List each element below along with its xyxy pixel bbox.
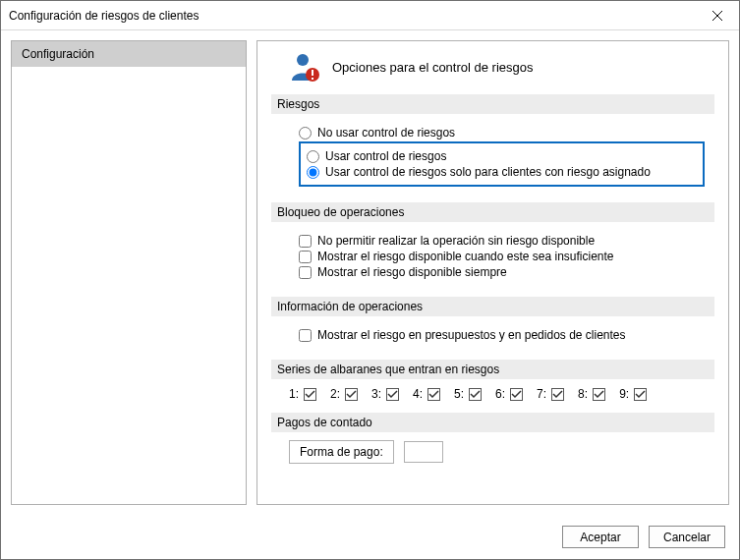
checkbox-checked-icon[interactable] xyxy=(551,388,564,401)
section-riesgos-body: No usar control de riesgos Usar control … xyxy=(271,114,714,196)
radio-no-usar[interactable]: No usar control de riesgos xyxy=(299,126,705,140)
radio-usar[interactable]: Usar control de riesgos xyxy=(307,149,697,163)
series-row: 1: 2: 3: 4: 5: 6: 7: 8: 9: xyxy=(271,387,714,401)
series-7[interactable]: 7: xyxy=(537,387,564,401)
content-header: Opciones para el control de riesgos xyxy=(271,51,714,83)
checkbox-checked-icon[interactable] xyxy=(427,388,440,401)
section-bloqueo-body: No permitir realizar la operación sin ri… xyxy=(271,222,714,291)
radio-usar-solo-input[interactable] xyxy=(307,166,319,179)
pagos-row: Forma de pago: xyxy=(271,440,714,464)
content-header-title: Opciones para el control de riesgos xyxy=(332,60,534,75)
checkbox-checked-icon[interactable] xyxy=(304,388,316,401)
content-panel: Opciones para el control de riesgos Ries… xyxy=(256,40,729,505)
checkbox-checked-icon[interactable] xyxy=(593,388,605,401)
section-info-body: Mostrar el riesgo en presupuestos y en p… xyxy=(271,316,714,354)
section-series-label: Series de albaranes que entran en riesgo… xyxy=(271,360,714,379)
window-title: Configuración de riesgos de clientes xyxy=(9,9,199,23)
forma-pago-input[interactable] xyxy=(404,441,443,463)
checkbox-checked-icon[interactable] xyxy=(345,388,358,401)
check-mostrar-siempre-input[interactable] xyxy=(299,266,312,279)
radio-usar-input[interactable] xyxy=(307,150,319,163)
section-info-label: Información de operaciones xyxy=(271,297,714,316)
svg-rect-5 xyxy=(312,78,313,80)
close-icon xyxy=(712,11,722,21)
check-no-permitir[interactable]: No permitir realizar la operación sin ri… xyxy=(299,234,705,248)
checkbox-checked-icon[interactable] xyxy=(386,388,399,401)
series-2[interactable]: 2: xyxy=(330,387,358,401)
checkbox-checked-icon[interactable] xyxy=(634,388,647,401)
check-no-permitir-input[interactable] xyxy=(299,235,312,248)
radio-usar-solo[interactable]: Usar control de riesgos solo para client… xyxy=(307,165,697,179)
nav-panel: Configuración xyxy=(11,40,247,505)
series-4[interactable]: 4: xyxy=(413,387,440,401)
check-mostrar-presup-label: Mostrar el riesgo en presupuestos y en p… xyxy=(317,328,626,342)
series-1[interactable]: 1: xyxy=(289,387,316,401)
series-5[interactable]: 5: xyxy=(454,387,482,401)
series-3[interactable]: 3: xyxy=(371,387,399,401)
titlebar: Configuración de riesgos de clientes xyxy=(1,1,739,30)
checkbox-checked-icon[interactable] xyxy=(469,388,482,401)
dialog-footer: Aceptar Cancelar xyxy=(1,515,739,559)
check-mostrar-siempre-label: Mostrar el riesgo disponible siempre xyxy=(317,265,507,279)
section-pagos-label: Pagos de contado xyxy=(271,413,714,432)
check-no-permitir-label: No permitir realizar la operación sin ri… xyxy=(317,234,595,248)
svg-point-2 xyxy=(297,54,309,66)
series-6[interactable]: 6: xyxy=(495,387,523,401)
radio-usar-solo-label: Usar control de riesgos solo para client… xyxy=(325,165,651,179)
ok-button[interactable]: Aceptar xyxy=(562,526,639,548)
section-bloqueo-label: Bloqueo de operaciones xyxy=(271,202,714,222)
check-mostrar-insuf-input[interactable] xyxy=(299,251,312,263)
nav-item-configuracion[interactable]: Configuración xyxy=(12,41,246,67)
dialog-window: Configuración de riesgos de clientes Con… xyxy=(0,0,740,560)
check-mostrar-insuf-label: Mostrar el riesgo disponible cuando este… xyxy=(317,250,614,263)
riesgos-highlight: Usar control de riesgos Usar control de … xyxy=(299,141,705,187)
radio-no-usar-input[interactable] xyxy=(299,127,312,140)
check-mostrar-siempre[interactable]: Mostrar el riesgo disponible siempre xyxy=(299,265,705,279)
series-9[interactable]: 9: xyxy=(619,387,647,401)
user-risk-icon xyxy=(289,51,320,83)
section-riesgos-label: Riesgos xyxy=(271,94,714,114)
check-mostrar-presup-input[interactable] xyxy=(299,329,312,342)
series-8[interactable]: 8: xyxy=(578,387,605,401)
forma-pago-label: Forma de pago: xyxy=(289,440,394,464)
dialog-body: Configuración Opciones para el control d… xyxy=(1,30,739,515)
check-mostrar-insuf[interactable]: Mostrar el riesgo disponible cuando este… xyxy=(299,250,705,263)
check-mostrar-presup[interactable]: Mostrar el riesgo en presupuestos y en p… xyxy=(299,328,705,342)
radio-no-usar-label: No usar control de riesgos xyxy=(317,126,455,140)
radio-usar-label: Usar control de riesgos xyxy=(325,149,446,163)
svg-rect-4 xyxy=(312,70,313,76)
cancel-button[interactable]: Cancelar xyxy=(649,526,725,548)
checkbox-checked-icon[interactable] xyxy=(510,388,523,401)
close-button[interactable] xyxy=(695,1,739,30)
